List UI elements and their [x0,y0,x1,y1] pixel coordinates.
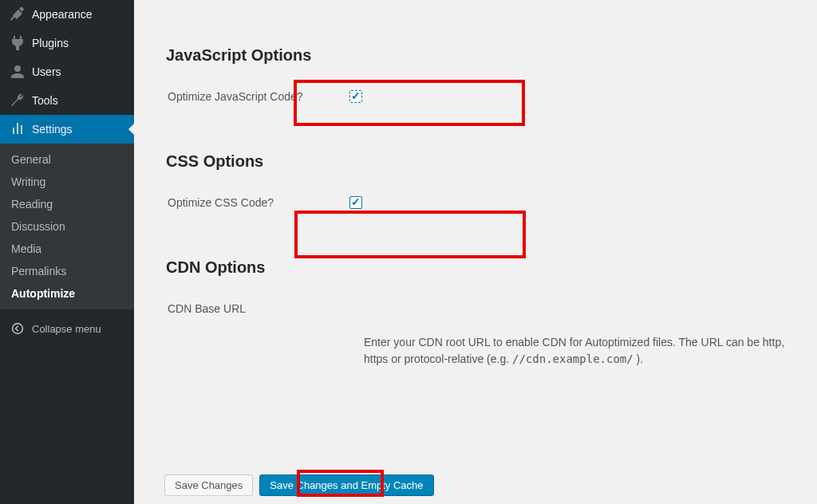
plugins-icon [10,35,26,51]
submenu-item-media[interactable]: Media [0,238,134,260]
submenu-item-reading[interactable]: Reading [0,193,134,215]
optimize-js-row: Optimize JavaScript Code? [158,79,793,114]
sidebar-item-plugins[interactable]: Plugins [0,29,134,57]
action-buttons: Save Changes Save Changes and Empty Cach… [164,474,434,496]
tools-icon [10,93,26,108]
submenu-item-discussion[interactable]: Discussion [0,215,134,238]
optimize-js-checkbox-wrap [349,90,362,103]
sidebar-item-label: Plugins [32,37,69,49]
admin-sidebar: Appearance Plugins Users Tools Settings … [0,0,134,504]
optimize-css-label: Optimize CSS Code? [158,196,349,209]
save-empty-cache-button[interactable]: Save Changes and Empty Cache [259,474,433,496]
submenu-item-general[interactable]: General [0,148,134,171]
collapse-icon [10,321,26,337]
sidebar-item-users[interactable]: Users [0,57,134,86]
optimize-css-row: Optimize CSS Code? [158,185,793,220]
appearance-icon [10,6,26,22]
users-icon [10,64,26,80]
optimize-css-checkbox[interactable] [349,196,362,209]
css-section-title: CSS Options [166,152,793,171]
sidebar-item-label: Users [32,65,61,78]
settings-submenu: General Writing Reading Discussion Media… [0,144,134,309]
svg-point-0 [13,324,23,334]
submenu-item-writing[interactable]: Writing [0,171,134,193]
cdn-base-url-label: CDN Base URL [158,302,349,315]
sidebar-item-appearance[interactable]: Appearance [0,0,134,29]
cdn-desc-suffix: ). [633,352,643,365]
collapse-menu[interactable]: Collapse menu [0,313,134,345]
save-changes-button[interactable]: Save Changes [164,474,253,496]
optimize-js-label: Optimize JavaScript Code? [158,90,349,103]
submenu-item-permalinks[interactable]: Permalinks [0,260,134,282]
sidebar-item-label: Appearance [32,8,93,21]
sidebar-item-settings[interactable]: Settings [0,115,134,144]
cdn-desc-example: //cdn.example.com/ [512,352,633,365]
js-section-title: JavaScript Options [166,46,793,65]
cdn-base-url-row: CDN Base URL [158,291,793,315]
sidebar-item-label: Tools [32,94,58,107]
sidebar-item-label: Settings [32,123,73,136]
submenu-item-autoptimize[interactable]: Autoptimize [0,282,134,305]
sidebar-item-tools[interactable]: Tools [0,86,134,115]
optimize-css-checkbox-wrap [349,196,362,209]
settings-icon [10,121,26,137]
optimize-js-checkbox[interactable] [349,90,362,103]
cdn-description: Enter your CDN root URL to enable CDN fo… [364,334,793,368]
cdn-section-title: CDN Options [166,258,793,277]
collapse-label: Collapse menu [32,323,101,335]
main-content: JavaScript Options Optimize JavaScript C… [134,0,817,504]
